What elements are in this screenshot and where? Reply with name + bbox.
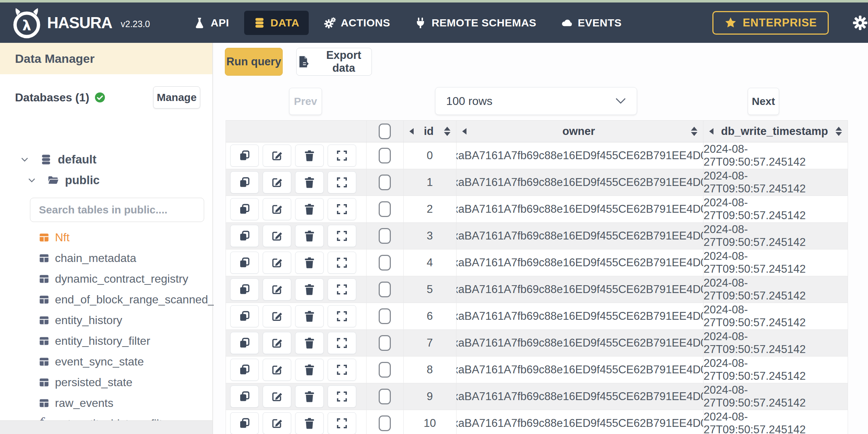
expand-row-button[interactable]	[328, 385, 356, 408]
cell-db-write-timestamp: 2024-08-27T09:50:57.245142	[703, 223, 848, 249]
edit-row-button[interactable]	[263, 278, 291, 301]
export-data-button[interactable]: Export data	[296, 48, 372, 76]
delete-row-button[interactable]	[295, 385, 324, 408]
clone-row-button[interactable]	[230, 252, 259, 274]
sidebar-table-item[interactable]: ƒx entity_history	[0, 310, 212, 330]
delete-row-button[interactable]	[295, 305, 324, 327]
chevron-down-icon[interactable]	[20, 155, 29, 164]
delete-row-button[interactable]	[295, 145, 324, 167]
delete-row-button[interactable]	[295, 278, 324, 301]
sidebar-table-item[interactable]: ƒx event_sync_state	[0, 351, 212, 372]
expand-row-button[interactable]	[328, 278, 356, 301]
row-checkbox[interactable]	[379, 255, 391, 271]
clone-row-button[interactable]	[230, 145, 259, 167]
expand-row-button[interactable]	[328, 198, 356, 220]
delete-row-button[interactable]	[295, 225, 324, 247]
sort-icon[interactable]	[691, 127, 697, 136]
header-owner[interactable]: owner	[456, 121, 704, 142]
nav-item-data[interactable]: DATA	[244, 11, 309, 35]
select-all-checkbox[interactable]	[379, 123, 391, 139]
rows-per-page-select[interactable]: 100 rows	[435, 87, 637, 115]
nav-item-remote-schemas[interactable]: REMOTE SCHEMAS	[405, 11, 546, 35]
run-query-button[interactable]: Run query	[225, 48, 283, 76]
sidebar-table-item[interactable]: ƒx raw_events	[0, 393, 212, 413]
nav-items: API DATA ACTIONS REMOTE SCHEMAS	[184, 11, 637, 35]
clone-row-button[interactable]	[230, 385, 259, 408]
row-checkbox[interactable]	[379, 201, 391, 217]
enterprise-button[interactable]: ENTERPRISE	[712, 11, 829, 35]
sidebar-table-item[interactable]: ƒx end_of_block_range_scanned_data	[0, 289, 212, 310]
edit-row-button[interactable]	[263, 252, 291, 274]
edit-row-button[interactable]	[263, 412, 291, 434]
tree-node-database-default[interactable]: default	[20, 153, 96, 166]
sidebar-table-item[interactable]: ƒx chain_metadata	[0, 248, 212, 268]
clone-row-button[interactable]	[230, 359, 259, 381]
row-checkbox[interactable]	[379, 335, 391, 351]
row-checkbox[interactable]	[379, 282, 391, 297]
expand-row-button[interactable]	[328, 332, 356, 354]
sidebar-table-item[interactable]: ƒx Nft	[0, 227, 212, 248]
hasura-logo-icon[interactable]: λ	[11, 6, 43, 40]
row-checkbox[interactable]	[379, 389, 391, 404]
edit-row-button[interactable]	[263, 225, 291, 247]
header-db-write-timestamp[interactable]: db_write_timestamp	[703, 121, 848, 142]
clone-row-button[interactable]	[230, 198, 259, 220]
edit-row-button[interactable]	[263, 171, 291, 193]
delete-row-button[interactable]	[295, 332, 324, 354]
settings-gear-icon[interactable]	[852, 15, 868, 31]
row-checkbox[interactable]	[379, 415, 391, 431]
sidebar-table-item[interactable]: ƒx entity_history_filter	[0, 330, 212, 351]
clone-row-button[interactable]	[230, 225, 259, 247]
search-tables-input[interactable]	[30, 198, 204, 222]
delete-row-button[interactable]	[295, 252, 324, 274]
expand-row-button[interactable]	[328, 225, 356, 247]
next-page-button[interactable]: Next	[748, 88, 779, 115]
expand-row-button[interactable]	[328, 359, 356, 381]
edit-row-button[interactable]	[263, 385, 291, 408]
collapse-column-icon[interactable]	[409, 128, 414, 135]
clone-row-button[interactable]	[230, 171, 259, 193]
tree-node-schema-public[interactable]: public	[27, 173, 100, 187]
cell-owner: 0xaBA7161A7fb69c88e16ED9f455CE62B791EE4D…	[456, 169, 704, 196]
delete-row-button[interactable]	[295, 198, 324, 220]
sidebar-table-item[interactable]: ƒx persisted_state	[0, 372, 212, 393]
nav-item-actions[interactable]: ACTIONS	[314, 11, 400, 35]
nav-item-api[interactable]: API	[184, 11, 238, 35]
expand-row-button[interactable]	[328, 171, 356, 193]
edit-row-button[interactable]	[263, 305, 291, 327]
edit-row-button[interactable]	[263, 145, 291, 167]
clone-row-button[interactable]	[230, 412, 259, 434]
expand-row-button[interactable]	[328, 412, 356, 434]
row-checkbox[interactable]	[379, 148, 391, 163]
clone-row-button[interactable]	[230, 332, 259, 354]
row-checkbox[interactable]	[379, 362, 391, 378]
clone-row-button[interactable]	[230, 278, 259, 301]
delete-row-button[interactable]	[295, 171, 324, 193]
sidebar-title[interactable]: Data Manager	[0, 43, 212, 74]
edit-row-button[interactable]	[263, 332, 291, 354]
delete-row-button[interactable]	[295, 412, 324, 434]
expand-row-button[interactable]	[328, 305, 356, 327]
sidebar-table-item[interactable]: ƒx dynamic_contract_registry	[0, 268, 212, 289]
expand-row-button[interactable]	[328, 252, 356, 274]
row-checkbox[interactable]	[379, 228, 391, 244]
sort-icon[interactable]	[444, 127, 450, 136]
clone-row-button[interactable]	[230, 305, 259, 327]
table-icon	[39, 398, 50, 409]
manage-button[interactable]: Manage	[153, 86, 200, 108]
prev-page-button[interactable]: Prev	[289, 88, 322, 115]
delete-row-button[interactable]	[295, 359, 324, 381]
nav-item-events[interactable]: EVENTS	[551, 11, 631, 35]
header-id[interactable]: id	[404, 121, 456, 142]
edit-row-button[interactable]	[263, 198, 291, 220]
row-checkbox[interactable]	[379, 175, 391, 190]
sort-icon[interactable]	[836, 127, 842, 136]
edit-row-button[interactable]	[263, 359, 291, 381]
collapse-column-icon[interactable]	[462, 128, 466, 135]
copy-icon	[238, 364, 251, 376]
header-actions	[226, 121, 367, 142]
expand-row-button[interactable]	[328, 145, 356, 167]
chevron-down-icon[interactable]	[27, 176, 36, 185]
row-checkbox[interactable]	[379, 308, 391, 324]
collapse-column-icon[interactable]	[709, 128, 713, 135]
